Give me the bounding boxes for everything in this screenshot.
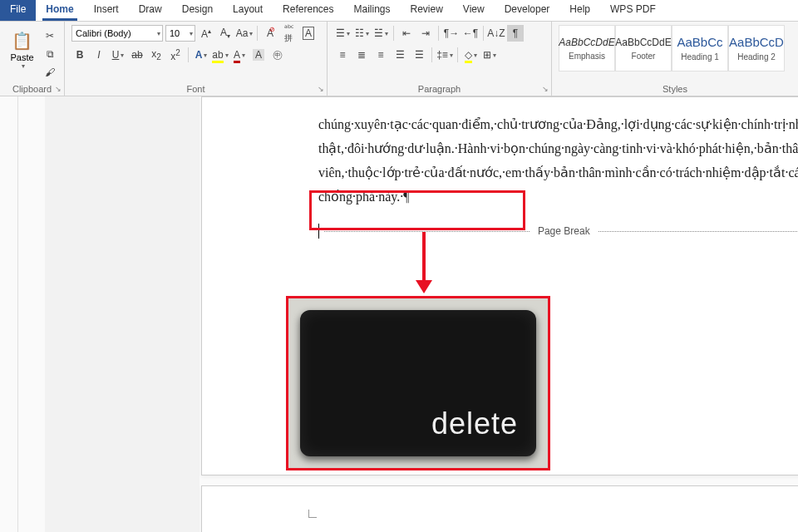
align-right-button[interactable]: ≡ — [372, 47, 389, 63]
annotation-arrow — [416, 232, 432, 295]
numbering-icon: ☷ — [355, 27, 364, 39]
italic-button[interactable]: I — [91, 47, 107, 63]
phonetic-icon: ᵃᵇᶜ拼 — [284, 23, 294, 44]
enclose-char-button[interactable]: ㊥ — [269, 47, 286, 63]
annotation-delete-key: delete — [286, 296, 550, 470]
dialog-launcher-icon[interactable]: ↘ — [318, 85, 324, 93]
style-preview: AaBbCc — [677, 35, 722, 49]
char-border-button[interactable]: A — [300, 25, 317, 42]
chevron-down-icon: ▾ — [22, 62, 25, 70]
menu-tab-references[interactable]: References — [273, 0, 343, 21]
align-center-button[interactable]: ≣ — [353, 47, 370, 63]
justify-button[interactable]: ☰ — [392, 47, 408, 63]
chevron-down-icon: ▾ — [157, 30, 162, 37]
style-heading1[interactable]: AaBbCc Heading 1 — [672, 25, 728, 71]
menu-tab-home[interactable]: Home — [36, 0, 83, 21]
shading-button[interactable]: ◇▾ — [462, 47, 479, 63]
borders-icon: ⊞ — [483, 49, 491, 61]
distribute-icon: ☰ — [415, 49, 424, 61]
superscript-button[interactable]: x2 — [167, 47, 184, 63]
group-paragraph: ☰▾ ☷▾ ☱▾ ⇤ ⇥ ¶→ ←¶ A↓Z ¶ ≡ ≣ ≡ ☰ ☰ ‡≡▾ — [328, 22, 552, 96]
increase-indent-button[interactable]: ⇥ — [417, 25, 434, 42]
style-name: Heading 1 — [681, 52, 719, 62]
menu-tab-mailings[interactable]: Mailings — [343, 0, 400, 21]
font-size-select[interactable]: 10▾ — [165, 25, 195, 42]
distribute-button[interactable]: ☰ — [411, 47, 427, 63]
paste-button[interactable]: 📋 Paste ▾ — [7, 25, 37, 75]
dialog-launcher-icon[interactable]: ↘ — [55, 85, 62, 93]
change-case-button[interactable]: Aa▾ — [236, 25, 253, 42]
margin-corner-icon — [308, 510, 317, 518]
font-size-value: 10 — [170, 28, 180, 38]
show-marks-button[interactable]: ¶ — [507, 25, 524, 42]
sort-icon: A↓Z — [487, 27, 505, 39]
ltr-button[interactable]: ¶→ — [443, 25, 460, 42]
line-spacing-button[interactable]: ‡≡▾ — [436, 47, 453, 63]
group-styles: AaBbCcDdE Emphasis AaBbCcDdE Footer AaBb… — [552, 22, 798, 96]
group-clipboard: 📋 Paste ▾ ✂ ⧉ 🖌 Clipboard ↘ — [0, 22, 65, 96]
increase-font-icon: A▴ — [201, 27, 211, 40]
justify-icon: ☰ — [396, 49, 405, 61]
decrease-font-button[interactable]: A▾ — [217, 25, 234, 42]
text-effects-button[interactable]: A▾ — [193, 47, 209, 63]
case-icon: Aa — [236, 27, 249, 39]
increase-font-button[interactable]: A▴ — [198, 25, 214, 42]
menu-tab-review[interactable]: Review — [401, 0, 453, 21]
font-name-value: Calibri (Body) — [76, 28, 131, 38]
paste-label: Paste — [10, 52, 33, 62]
cut-button[interactable]: ✂ — [42, 28, 57, 43]
bold-icon: B — [76, 49, 84, 61]
page-margin-grey — [45, 96, 200, 532]
vertical-ruler — [0, 96, 18, 532]
highlight-button[interactable]: ab▾ — [212, 47, 229, 63]
rtl-button[interactable]: ←¶ — [462, 25, 479, 42]
clipboard-icon: 📋 — [12, 31, 32, 51]
doc-line-3: viên,·thuộc·lớp·trẻ·của·đất·nước,·em·thấ… — [318, 160, 798, 185]
menu-tab-file[interactable]: File — [0, 0, 36, 21]
menu-tab-design[interactable]: Design — [172, 0, 223, 21]
outdent-icon: ⇤ — [402, 27, 411, 39]
copy-button[interactable]: ⧉ — [42, 47, 57, 62]
sort-button[interactable]: A↓Z — [488, 25, 505, 42]
style-name: Emphasis — [569, 52, 605, 61]
group-label-font: Font — [71, 82, 320, 94]
menu-tab-insert[interactable]: Insert — [84, 0, 129, 21]
text-effects-icon: A — [195, 49, 203, 61]
document-area[interactable]: chúng·xuyên·tạc·các·quan·điểm,·chủ·trươn… — [18, 96, 798, 532]
dialog-launcher-icon[interactable]: ↘ — [542, 85, 549, 93]
indent-icon: ⇥ — [421, 27, 430, 39]
font-color-icon: A — [234, 49, 240, 61]
font-name-select[interactable]: Calibri (Body)▾ — [71, 25, 163, 42]
format-painter-button[interactable]: 🖌 — [42, 65, 57, 80]
underline-button[interactable]: U▾ — [110, 47, 126, 63]
clear-format-button[interactable]: A⊘ — [262, 25, 278, 42]
align-left-button[interactable]: ≡ — [334, 47, 351, 63]
char-shading-button[interactable]: A — [250, 47, 267, 63]
style-preview: AaBbCcDdE — [559, 37, 614, 48]
style-name: Heading 2 — [737, 52, 776, 62]
font-color-button[interactable]: A▾ — [231, 47, 248, 63]
bold-button[interactable]: B — [71, 47, 88, 63]
phonetic-button[interactable]: ᵃᵇᶜ拼 — [281, 25, 298, 42]
menu-tab-draw[interactable]: Draw — [129, 0, 172, 21]
menu-tab-help[interactable]: Help — [559, 0, 600, 21]
multilevel-button[interactable]: ☱▾ — [372, 25, 389, 42]
style-footer[interactable]: AaBbCcDdE Footer — [615, 25, 672, 71]
strike-icon: ab — [131, 49, 142, 61]
subscript-button[interactable]: x2 — [148, 47, 165, 63]
numbering-button[interactable]: ☷▾ — [353, 25, 370, 42]
line-spacing-icon: ‡≡ — [436, 49, 448, 61]
decrease-indent-button[interactable]: ⇤ — [398, 25, 415, 42]
bullets-button[interactable]: ☰▾ — [334, 25, 351, 42]
style-emphasis[interactable]: AaBbCcDdE Emphasis — [559, 25, 615, 71]
menu-tab-wpspdf[interactable]: WPS PDF — [600, 0, 666, 21]
document-page-2[interactable]: ¶ — [201, 485, 798, 532]
strikethrough-button[interactable]: ab — [129, 47, 145, 63]
menu-tab-layout[interactable]: Layout — [223, 0, 273, 21]
style-heading2[interactable]: AaBbCcD Heading 2 — [728, 25, 785, 71]
borders-button[interactable]: ⊞▾ — [481, 47, 498, 63]
page-break-marker[interactable]: Page Break ¶ — [318, 224, 798, 239]
menu-tab-developer[interactable]: Developer — [495, 0, 560, 21]
menu-tab-view[interactable]: View — [453, 0, 495, 21]
key-label: delete — [431, 406, 518, 441]
